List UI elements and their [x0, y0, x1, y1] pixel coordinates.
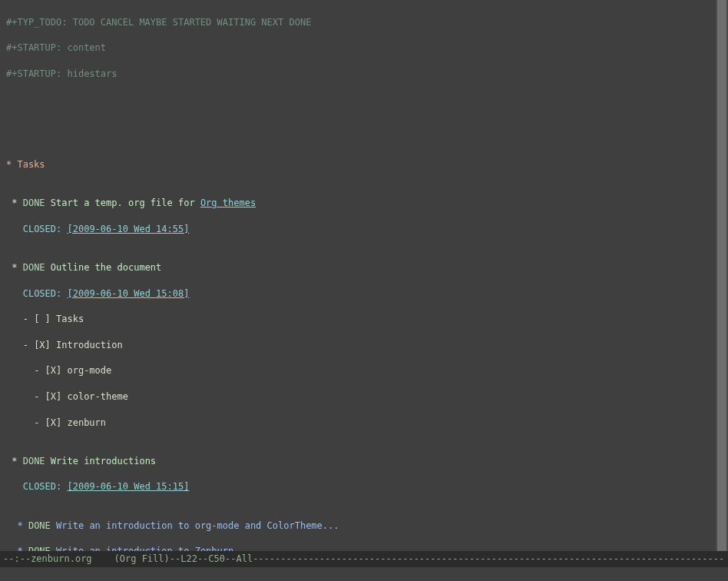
heading-tasks: * Tasks	[6, 159, 45, 170]
keyword-typ-todo: #+TYP_TODO: TODO CANCEL MAYBE STARTED WA…	[6, 17, 311, 28]
bullet: *	[6, 456, 23, 466]
checkbox-item: - [X] Introduction	[6, 340, 123, 350]
closed-label: CLOSED:	[6, 288, 67, 299]
bullet: *	[6, 520, 28, 531]
todo-state-done: DONE	[28, 520, 51, 531]
mode-line-modified: --:--	[3, 553, 31, 564]
timestamp: [2009-06-10 Wed 15:15]	[67, 481, 189, 492]
task-title: Start a temp. org file for	[45, 198, 200, 208]
bullet: *	[6, 198, 23, 208]
task-title: Write introductions	[45, 456, 157, 466]
checkbox-item: - [ ] Tasks	[6, 314, 84, 324]
checkbox-item: - [X] color-theme	[6, 391, 128, 402]
todo-state-done: DONE	[23, 456, 45, 466]
mode-line-position: --L22--C50--All-------------------------…	[170, 553, 724, 564]
todo-state-done: DONE	[23, 262, 45, 273]
checkbox-item: - [X] zenburn	[6, 417, 106, 428]
mode-line-major-mode: (Org Fill)	[114, 553, 170, 564]
scrollbar-thumb[interactable]	[717, 0, 726, 555]
closed-label: CLOSED:	[6, 224, 67, 234]
minibuffer[interactable]	[0, 569, 728, 581]
keyword-startup-1: #+STARTUP: content	[6, 42, 106, 53]
timestamp: [2009-06-10 Wed 15:08]	[67, 288, 189, 299]
checkbox-item: - [X] org-mode	[6, 365, 111, 376]
task-title: Write an introduction to org-mode and Co…	[51, 520, 339, 531]
keyword-startup-2: #+STARTUP: hidestars	[6, 68, 117, 79]
mode-line[interactable]: --:--zenburn.org (Org Fill)--L22--C50--A…	[0, 551, 728, 567]
scrollbar[interactable]	[716, 0, 728, 555]
editor-buffer[interactable]: #+TYP_TODO: TODO CANCEL MAYBE STARTED WA…	[0, 0, 728, 581]
closed-label: CLOSED:	[6, 481, 67, 492]
link-org-themes[interactable]: Org themes	[200, 198, 256, 208]
bullet: *	[6, 262, 23, 273]
timestamp: [2009-06-10 Wed 14:55]	[67, 224, 189, 234]
task-title: Outline the document	[45, 262, 162, 273]
mode-line-buffer-name: zenburn.org	[31, 553, 91, 564]
todo-state-done: DONE	[23, 198, 45, 208]
